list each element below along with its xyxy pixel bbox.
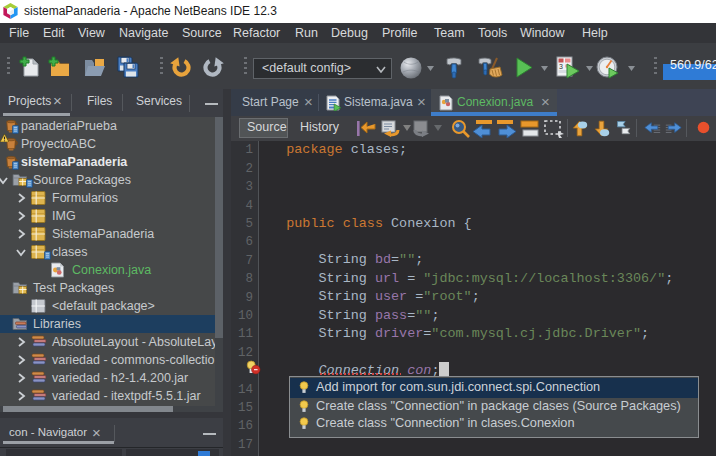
svg-text:3: 3 [559,63,563,70]
